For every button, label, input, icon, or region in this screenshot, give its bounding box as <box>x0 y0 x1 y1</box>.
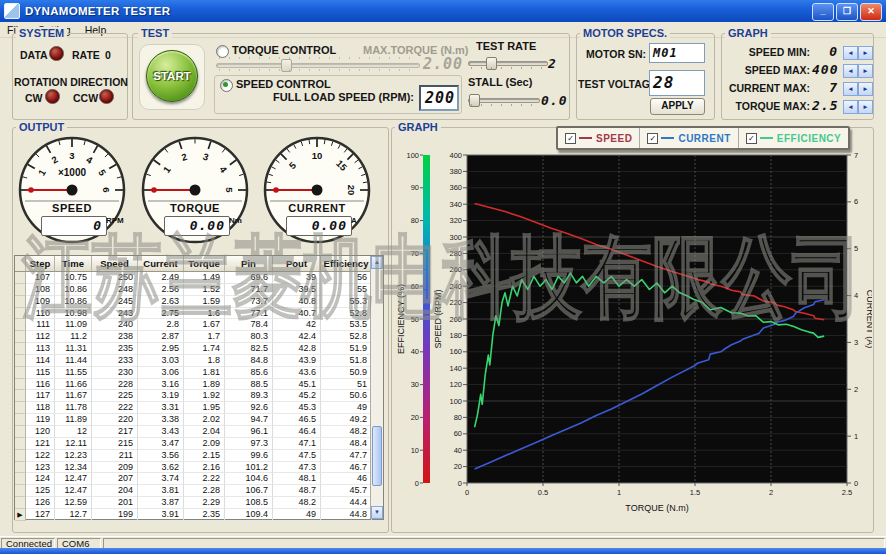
column-header-torque[interactable]: Torque <box>184 256 225 271</box>
row-selector[interactable] <box>15 402 26 414</box>
scrollbar-thumb[interactable] <box>372 426 382 486</box>
row-selector[interactable] <box>15 497 26 509</box>
row-selector[interactable] <box>15 331 26 343</box>
row-selector[interactable] <box>15 414 26 426</box>
row-selector[interactable] <box>15 438 26 450</box>
motor-sn-field[interactable]: M01 <box>649 43 705 63</box>
table-row[interactable]: 12412.472073.742.22104.648.146 <box>15 473 383 485</box>
row-selector[interactable]: ▶ <box>15 509 26 521</box>
table-row[interactable]: 12512.472043.812.28106.748.745.7 <box>15 485 383 497</box>
spin-left-icon[interactable]: ◄ <box>843 82 858 96</box>
column-header-pout[interactable]: Pout <box>273 256 321 271</box>
spin-left-icon[interactable]: ◄ <box>843 64 858 78</box>
row-selector[interactable] <box>15 272 26 284</box>
test-rate-slider[interactable] <box>468 55 548 69</box>
row-selector[interactable] <box>15 450 26 462</box>
column-header-current[interactable]: Current <box>138 256 184 271</box>
table-row[interactable]: 11111.092402.81.6778.44253.5 <box>15 319 383 331</box>
table-cell: 40.8 <box>273 296 321 308</box>
column-header-speed[interactable]: Speed <box>92 256 138 271</box>
row-selector[interactable] <box>15 296 26 308</box>
test-voltage-field[interactable]: 28 <box>649 70 705 96</box>
table-row[interactable]: 10910.862452.631.5973.740.855.3 <box>15 296 383 308</box>
legend-item-current[interactable]: ✓CURRENT <box>639 128 737 148</box>
legend-checkbox-icon[interactable]: ✓ <box>746 133 757 144</box>
spin-right-icon[interactable]: ► <box>858 100 873 114</box>
speed-control-radio[interactable] <box>220 79 233 92</box>
row-selector[interactable] <box>15 379 26 391</box>
scroll-down-icon[interactable]: ▼ <box>371 506 383 519</box>
row-selector[interactable] <box>15 319 26 331</box>
table-row[interactable]: 11211.22382.871.780.342.452.8 <box>15 331 383 343</box>
full-load-speed-field[interactable]: 200 <box>419 85 459 111</box>
row-selector[interactable] <box>15 308 26 320</box>
torque-max-spinner[interactable]: ◄ ► <box>843 100 873 112</box>
spin-left-icon[interactable]: ◄ <box>843 46 858 60</box>
column-header-step[interactable]: Step <box>26 256 55 271</box>
legend-checkbox-icon[interactable]: ✓ <box>565 133 576 144</box>
row-selector[interactable] <box>15 473 26 485</box>
scroll-up-icon[interactable]: ▲ <box>371 256 383 269</box>
minimize-icon[interactable]: _ <box>812 3 834 21</box>
max-torque-value: 2.00 <box>423 55 463 73</box>
legend-item-efficiency[interactable]: ✓EFFICIENCY <box>738 128 848 148</box>
row-selector[interactable] <box>15 426 26 438</box>
table-cell: 1.95 <box>184 402 225 414</box>
table-row[interactable]: 11611.662283.161.8988.545.151 <box>15 379 383 391</box>
table-row[interactable]: 11911.892203.382.0294.746.549.2 <box>15 414 383 426</box>
table-row[interactable]: 11010.982432.751.677.140.752.8 <box>15 308 383 320</box>
table-cell: 45.1 <box>273 379 321 391</box>
spin-right-icon[interactable]: ► <box>858 46 873 60</box>
table-cell: 1.89 <box>184 379 225 391</box>
max-torque-slider[interactable] <box>216 57 420 71</box>
spin-left-icon[interactable]: ◄ <box>843 100 858 114</box>
current-gauge-unit: A <box>351 216 357 225</box>
close-icon[interactable]: ✕ <box>860 3 882 21</box>
speed-max-spinner[interactable]: ◄ ► <box>843 64 873 76</box>
table-row[interactable]: ▶12712.71993.912.35109.44944.8 <box>15 509 383 521</box>
legend-item-speed[interactable]: ✓SPEED <box>558 128 639 148</box>
row-selector[interactable] <box>15 343 26 355</box>
speed-control-label: SPEED CONTROL <box>236 78 331 90</box>
row-selector[interactable] <box>15 367 26 379</box>
column-header-efficiency[interactable]: Efficiency <box>321 256 372 271</box>
chart-legend: ✓SPEED✓CURRENT✓EFFICIENCY <box>556 126 850 150</box>
speed-gauge-label: SPEED <box>16 202 128 214</box>
svg-text:7: 7 <box>854 151 858 160</box>
svg-text:100: 100 <box>449 397 462 406</box>
table-row[interactable]: 12312.342093.622.16101.247.346.7 <box>15 462 383 474</box>
title-bar[interactable]: DYNAMOMETER TESTER _ ❐ ✕ <box>0 0 886 22</box>
spin-right-icon[interactable]: ► <box>858 64 873 78</box>
table-row[interactable]: 12112.112153.472.0997.347.148.4 <box>15 438 383 450</box>
column-header-time[interactable]: Time <box>55 256 92 271</box>
table-row[interactable]: 11411.442333.031.884.843.951.8 <box>15 355 383 367</box>
table-header: StepTimeSpeedCurrentTorquePinPoutEfficie… <box>15 256 383 272</box>
spin-right-icon[interactable]: ► <box>858 82 873 96</box>
table-row[interactable]: 12212.232113.562.1599.647.547.7 <box>15 450 383 462</box>
table-row[interactable]: 11511.552303.061.8185.643.650.9 <box>15 367 383 379</box>
table-row[interactable]: 11311.312352.951.7482.542.851.9 <box>15 343 383 355</box>
table-row[interactable]: 120122173.432.0496.146.448.2 <box>15 426 383 438</box>
current-max-spinner[interactable]: ◄ ► <box>843 82 873 94</box>
table-cell: 3.62 <box>138 462 184 474</box>
table-row[interactable]: 10710.752502.491.4969.63956 <box>15 272 383 284</box>
start-button[interactable]: START <box>146 50 198 102</box>
stall-slider[interactable] <box>468 92 540 106</box>
legend-checkbox-icon[interactable]: ✓ <box>647 133 658 144</box>
table-scrollbar[interactable]: ▲ ▼ <box>370 256 383 519</box>
row-selector[interactable] <box>15 355 26 367</box>
results-table: StepTimeSpeedCurrentTorquePinPoutEfficie… <box>14 255 384 520</box>
apply-button[interactable]: APPLY <box>650 98 705 115</box>
table-row[interactable]: 10810.862482.561.5271.739.555 <box>15 284 383 296</box>
speed-min-spinner[interactable]: ◄ ► <box>843 46 873 58</box>
row-selector[interactable] <box>15 462 26 474</box>
row-selector[interactable] <box>15 485 26 497</box>
table-row[interactable]: 11811.782223.311.9592.645.349 <box>15 402 383 414</box>
column-header-pin[interactable]: Pin <box>225 256 273 271</box>
row-selector[interactable] <box>15 390 26 402</box>
restore-icon[interactable]: ❐ <box>836 3 858 21</box>
row-selector[interactable] <box>15 284 26 296</box>
table-row[interactable]: 12612.592013.872.29108.548.244.4 <box>15 497 383 509</box>
torque-gauge-unit: Nm <box>229 216 242 225</box>
table-row[interactable]: 11711.672253.191.9289.345.250.6 <box>15 390 383 402</box>
